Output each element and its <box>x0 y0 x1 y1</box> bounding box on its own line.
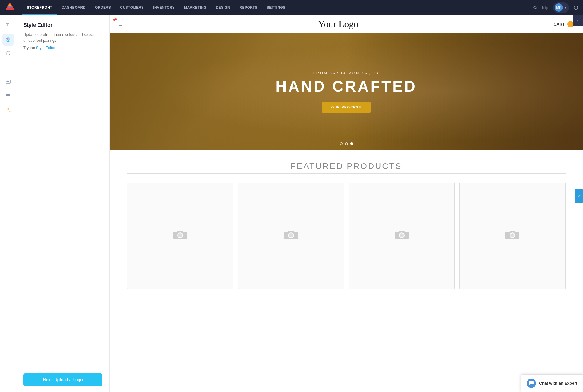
style-panel-description: Update storefront theme colors and selec… <box>23 32 102 43</box>
nav-item-settings[interactable]: SETTINGS <box>262 0 290 15</box>
storefront-preview: 📌 ≡ Your Logo CART 0 FROM SANTA MONICA, … <box>110 15 583 392</box>
user-menu[interactable]: MK ▾ <box>553 2 569 13</box>
carousel-dot-1[interactable] <box>340 142 343 145</box>
sidebar-item-pages[interactable] <box>2 20 14 32</box>
svg-point-9 <box>8 38 10 40</box>
carousel-dot-2[interactable] <box>345 142 348 145</box>
nav-item-storefront[interactable]: STOREFRONT <box>22 0 57 15</box>
style-editor-panel: Style Editor Update storefront theme col… <box>16 15 110 392</box>
featured-products-section: FEATURED PRODUCTS <box>110 150 583 301</box>
svg-point-17 <box>289 233 293 237</box>
cart-button[interactable]: CART 0 <box>554 21 574 27</box>
store-logo: Your Logo <box>318 19 358 29</box>
hero-section: FROM SANTA MONICA, CA HAND CRAFTED OUR P… <box>110 33 583 150</box>
featured-divider <box>127 173 566 174</box>
nav-right: Get Help MK ▾ ⬡ <box>533 2 578 13</box>
preview-area: 📌 ≡ Your Logo CART 0 FROM SANTA MONICA, … <box>110 15 583 392</box>
sidebar-item-magic[interactable] <box>2 104 14 116</box>
carousel-dots <box>340 142 353 145</box>
svg-point-8 <box>7 38 8 40</box>
product-image-placeholder-3 <box>393 225 410 246</box>
sidebar-item-menu[interactable] <box>2 90 14 102</box>
panel-bottom: Next: Upload a Logo <box>23 373 102 386</box>
get-help-link[interactable]: Get Help <box>533 6 548 10</box>
chat-icon <box>527 379 536 388</box>
nav-item-dashboard[interactable]: DASHBOARD <box>57 0 90 15</box>
svg-rect-14 <box>6 95 10 96</box>
hamburger-menu-icon[interactable]: ≡ <box>119 20 123 28</box>
next-upload-logo-button[interactable]: Next: Upload a Logo <box>23 373 102 386</box>
featured-products-title: FEATURED PRODUCTS <box>127 162 566 171</box>
chat-label: Chat with an Expert <box>539 381 577 386</box>
nav-item-marketing[interactable]: MARKETING <box>179 0 211 15</box>
product-card-1[interactable] <box>127 183 233 289</box>
nav-item-reports[interactable]: REPORTS <box>235 0 262 15</box>
product-card-4[interactable] <box>459 183 566 289</box>
sidebar-item-images[interactable] <box>2 76 14 88</box>
svg-point-18 <box>400 233 404 237</box>
app-logo[interactable] <box>5 2 22 13</box>
nav-item-inventory[interactable]: INVENTORY <box>148 0 179 15</box>
style-panel-title: Style Editor <box>23 22 102 28</box>
cart-label: CART <box>554 22 565 27</box>
main-layout: Style Editor Update storefront theme col… <box>0 15 583 392</box>
svg-point-10 <box>8 40 9 41</box>
svg-rect-15 <box>6 97 10 97</box>
chevron-left-icon: ‹ <box>577 18 578 23</box>
top-right-collapse-button[interactable]: ‹ <box>573 15 583 26</box>
svg-rect-13 <box>6 94 10 95</box>
hero-content: FROM SANTA MONICA, CA HAND CRAFTED OUR P… <box>276 71 417 113</box>
svg-point-19 <box>510 233 514 237</box>
nav-item-orders[interactable]: ORDERS <box>90 0 115 15</box>
pin-icon: 📌 <box>112 18 117 22</box>
icon-sidebar <box>0 15 16 392</box>
top-navigation: STOREFRONT DASHBOARD ORDERS CUSTOMERS IN… <box>0 0 583 15</box>
product-image-placeholder-1 <box>171 225 189 246</box>
nav-items: STOREFRONT DASHBOARD ORDERS CUSTOMERS IN… <box>22 0 533 15</box>
svg-point-16 <box>178 233 182 237</box>
avatar: MK <box>555 4 563 12</box>
product-image-placeholder-2 <box>282 225 300 246</box>
style-editor-link[interactable]: Style Editor <box>36 46 55 50</box>
preview-topbar: 📌 ≡ Your Logo CART 0 <box>110 15 583 33</box>
style-editor-try-text: Try the Style Editor <box>23 45 102 51</box>
carousel-dot-3[interactable] <box>350 142 353 145</box>
product-card-3[interactable] <box>349 183 455 289</box>
hero-subtitle: FROM SANTA MONICA, CA <box>276 71 417 75</box>
sidebar-item-products[interactable] <box>2 62 14 74</box>
chevron-left-icon: ‹ <box>578 194 580 198</box>
product-image-placeholder-4 <box>504 225 521 246</box>
nav-item-customers[interactable]: CUSTOMERS <box>115 0 148 15</box>
sidebar-item-favorites[interactable] <box>2 48 14 60</box>
products-grid <box>127 183 566 289</box>
external-link-icon[interactable]: ⬡ <box>574 4 578 11</box>
hero-title: HAND CRAFTED <box>276 78 417 95</box>
chat-widget[interactable]: Chat with an Expert <box>521 374 583 392</box>
hero-cta-button[interactable]: OUR PROCESS <box>322 102 371 113</box>
nav-item-design[interactable]: DESIGN <box>211 0 235 15</box>
chevron-down-icon: ▾ <box>565 6 566 9</box>
product-card-2[interactable] <box>238 183 344 289</box>
sidebar-item-style[interactable] <box>2 34 14 46</box>
preview-collapse-button[interactable]: ‹ <box>575 189 583 203</box>
